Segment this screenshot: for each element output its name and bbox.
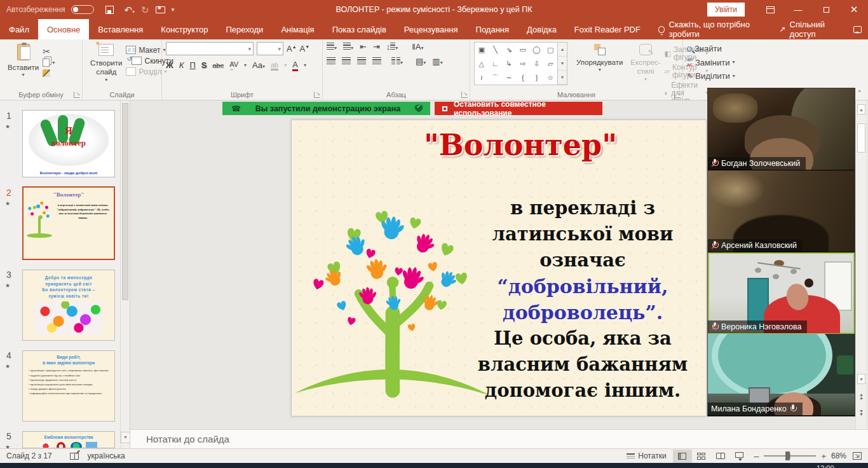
zoom-percentage[interactable]: 68%: [831, 451, 846, 460]
tab-design[interactable]: Конструктор: [152, 19, 217, 39]
comments-icon[interactable]: [853, 26, 862, 33]
autosave-toggle[interactable]: [71, 5, 94, 14]
scroll-up-button[interactable]: ▲: [857, 104, 865, 114]
tab-review[interactable]: Рецензування: [395, 19, 467, 39]
customize-qat-icon[interactable]: ▾: [172, 7, 175, 13]
normal-view-button[interactable]: [673, 450, 692, 463]
slide-title[interactable]: "Волонтер": [374, 128, 667, 162]
next-slide-button[interactable]: ▼▼: [857, 410, 865, 416]
zoom-slider-thumb[interactable]: [785, 451, 790, 460]
close-button[interactable]: ✕: [840, 0, 868, 19]
align-text-button[interactable]: ▤▾: [416, 57, 426, 66]
ribbon-display-options-button[interactable]: [756, 0, 784, 19]
notes-toggle-button[interactable]: Нотатки: [620, 450, 672, 462]
tab-insert[interactable]: Вставлення: [89, 19, 152, 39]
tab-view[interactable]: Подання: [467, 19, 519, 39]
start-presentation-icon[interactable]: [156, 6, 165, 13]
bullets-button[interactable]: ▾: [327, 42, 337, 52]
columns-button[interactable]: ▾: [391, 57, 403, 66]
stop-share-button[interactable]: Остановить совместное использование: [435, 102, 602, 115]
font-dialog-launcher[interactable]: ↘: [314, 92, 320, 98]
zoom-slider[interactable]: [764, 455, 816, 457]
italic-button[interactable]: К: [179, 60, 184, 70]
align-left-button[interactable]: [327, 57, 336, 66]
zoom-in-button[interactable]: +: [821, 451, 826, 461]
slide-1-thumbnail[interactable]: Я волонтер Волонтери - люди доброї волі: [22, 110, 115, 177]
previous-slide-button[interactable]: ▲▲: [857, 393, 865, 399]
highlight-button[interactable]: ab: [271, 61, 278, 70]
scroll-down-button[interactable]: ▼: [857, 374, 865, 384]
minimize-button[interactable]: —: [784, 0, 812, 19]
scrollbar-thumb[interactable]: [857, 123, 865, 153]
clipboard-dialog-launcher[interactable]: ↘: [74, 92, 80, 98]
redo-icon[interactable]: ↻: [141, 5, 149, 15]
bold-button[interactable]: Ж: [166, 60, 173, 70]
change-case-button[interactable]: Aa▾: [252, 60, 265, 70]
new-slide-button[interactable]: Створити слайд ▾: [86, 42, 126, 85]
find-button[interactable]: Знайти: [687, 45, 735, 53]
copy-button[interactable]: ▾: [43, 59, 55, 67]
shadow-button[interactable]: S: [201, 60, 207, 70]
paste-button[interactable]: Вставити ▾: [4, 42, 43, 80]
line-spacing-button[interactable]: ↕▾: [386, 42, 398, 52]
thumbnail-scrollbar-thumb[interactable]: [122, 103, 128, 300]
select-button[interactable]: ⇖Виділити▾: [687, 72, 735, 80]
slide-4-thumbnail[interactable]: Види робіт, в яких задіяні волонтери орг…: [22, 350, 115, 422]
arrange-button[interactable]: Упорядкувати ▾: [573, 42, 627, 75]
shapes-gallery[interactable]: ▣╲⇘▭◯▢ △∟↳⇨⇩▱ ≀⌒∼{}☆: [474, 42, 558, 85]
collapse-ribbon-button[interactable]: ⌃: [857, 89, 862, 97]
participant-video-4[interactable]: Милана Бондаренко: [708, 334, 855, 416]
align-right-button[interactable]: [357, 57, 366, 66]
participant-video-3-active-speaker[interactable]: Вероника Нэговэлова: [708, 252, 855, 334]
quick-styles-button[interactable]: Експрес-стилі ▾: [627, 42, 664, 85]
restore-button[interactable]: [812, 0, 840, 19]
shrink-font-button[interactable]: A▼: [300, 44, 310, 53]
increase-indent-button[interactable]: ⇥: [373, 42, 380, 52]
tell-me-box[interactable]: Скажіть, що потрібно зробити: [649, 19, 775, 39]
align-center-button[interactable]: [342, 57, 351, 66]
slide-sorter-view-button[interactable]: [692, 450, 711, 463]
font-size-combo[interactable]: ▾: [257, 42, 283, 55]
cut-button[interactable]: ✂: [43, 47, 55, 56]
participant-video-1[interactable]: Богдан Золочевський: [708, 88, 855, 170]
main-vertical-scrollbar[interactable]: ▲ ▼ ▲▲ ▼▼: [855, 100, 866, 429]
spellcheck-icon[interactable]: [70, 453, 79, 460]
grow-font-button[interactable]: A▲: [287, 44, 297, 53]
tab-help[interactable]: Довідка: [518, 19, 566, 39]
thumbnail-scrollbar[interactable]: ▼: [120, 100, 130, 448]
fit-slide-to-window-button[interactable]: ⇲: [853, 452, 862, 460]
replace-button[interactable]: abacЗамінити▾: [687, 57, 735, 67]
strikethrough-button[interactable]: abc: [212, 62, 224, 69]
text-direction-button[interactable]: ‖A▾: [412, 42, 423, 52]
current-slide[interactable]: "Волонтер": [291, 120, 707, 416]
undo-icon[interactable]: ↶▾: [124, 5, 135, 15]
thumbnail-scroll-down-button[interactable]: ▼: [121, 432, 130, 443]
slide-body-text[interactable]: в перекладі з латинської мови означає “д…: [468, 195, 697, 404]
participant-video-2[interactable]: Арсений Казловский: [708, 170, 855, 252]
underline-button[interactable]: П: [189, 60, 195, 70]
share-button[interactable]: ↗ Спільний доступ: [774, 20, 844, 39]
decrease-indent-button[interactable]: ⇤: [360, 42, 367, 52]
slide-5-thumbnail[interactable]: Емблеми волонтерства: [22, 431, 115, 448]
slideshow-view-button[interactable]: [730, 450, 749, 463]
tab-slideshow[interactable]: Показ слайдів: [323, 19, 395, 39]
language-indicator[interactable]: українська: [88, 451, 125, 460]
slide-2-thumbnail-selected[interactable]: "Волонтер" в перекладі з латинської мови…: [22, 186, 115, 260]
smartart-convert-button[interactable]: ▥▾: [432, 57, 442, 66]
numbering-button[interactable]: ▾: [343, 42, 353, 52]
reading-view-button[interactable]: [711, 450, 730, 463]
paragraph-dialog-launcher[interactable]: ↘: [461, 92, 468, 98]
format-painter-button[interactable]: [43, 69, 55, 77]
sign-in-button[interactable]: Увійти: [707, 3, 745, 17]
save-icon[interactable]: [105, 6, 114, 14]
drawing-dialog-launcher[interactable]: ↘: [674, 92, 681, 98]
notes-pane[interactable]: Нотатки до слайда: [130, 429, 868, 448]
slide-3-thumbnail[interactable]: Добро та милосердя прикрасять цей світ Б…: [22, 270, 115, 341]
justify-button[interactable]: [372, 57, 381, 66]
tab-foxit[interactable]: Foxit Reader PDF: [566, 19, 649, 39]
zoom-out-button[interactable]: –: [754, 451, 759, 461]
shapes-gallery-scroll[interactable]: ▲▼▼: [558, 42, 567, 85]
tab-transitions[interactable]: Переходи: [217, 19, 272, 39]
zoom-participants-panel[interactable]: Богдан Золочевський Арсений Казловский В…: [707, 88, 855, 416]
character-spacing-button[interactable]: AV↔: [229, 60, 238, 70]
